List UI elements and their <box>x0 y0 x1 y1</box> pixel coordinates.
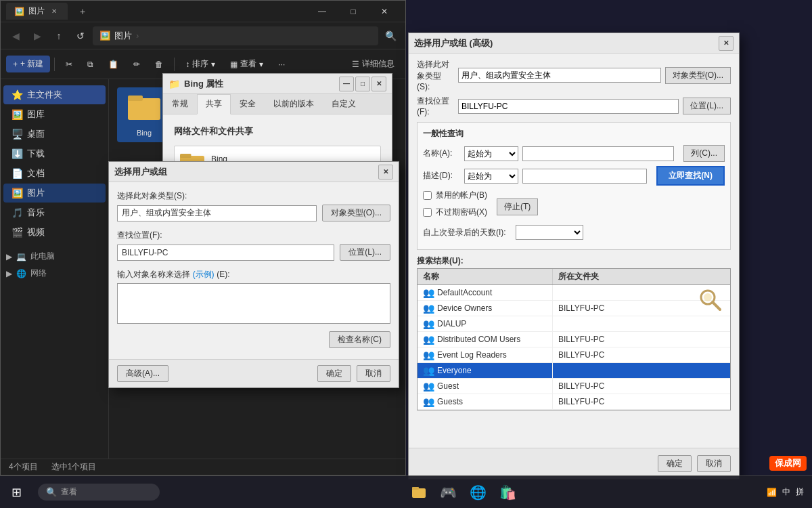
object-type-input[interactable] <box>117 205 317 221</box>
result-row[interactable]: 👥 Distributed COM Users BILLYFU-PC <box>418 332 730 347</box>
location-btn[interactable]: 位置(L)... <box>340 244 390 261</box>
sidebar-item-pictures[interactable]: 🖼️ 图片 <box>3 184 106 203</box>
sort-btn[interactable]: ↕ 排序 ▾ <box>179 56 222 72</box>
result-row[interactable]: 👥 Everyone <box>418 363 730 379</box>
refresh-btn[interactable]: ↺ <box>71 26 90 45</box>
sidebar-item-music[interactable]: 🎵 音乐 <box>3 203 106 222</box>
address-bar[interactable]: 🖼️ 图片 › <box>93 26 378 45</box>
view-btn[interactable]: ▦ 查看 ▾ <box>223 56 270 72</box>
example-link[interactable]: (示例) <box>193 270 215 279</box>
adv-ok-btn[interactable]: 确定 <box>658 455 692 472</box>
sidebar-item-gallery[interactable]: 🖼️ 图库 <box>3 105 106 124</box>
days-since-select[interactable] <box>516 225 583 240</box>
sidebar-item-videos[interactable]: 🎬 视频 <box>3 223 106 242</box>
tab-general[interactable]: 常规 <box>163 94 197 114</box>
forward-btn[interactable]: ▶ <box>28 26 47 45</box>
adv-obj-type-input[interactable] <box>458 68 661 83</box>
no-expire-pwd-checkbox[interactable]: 不过期密码(X) <box>423 207 487 218</box>
tab-share[interactable]: 共享 <box>197 94 231 114</box>
bing-maximize-btn[interactable]: □ <box>355 77 370 91</box>
result-folder: BILLYFU-PC <box>553 379 730 393</box>
sidebar-item-downloads[interactable]: ⬇️ 下载 <box>3 144 106 163</box>
select-user-footer: 高级(A)... 确定 取消 <box>109 359 399 387</box>
cut-btn[interactable]: ✂ <box>59 57 79 72</box>
bing-close-btn[interactable]: ✕ <box>371 77 386 91</box>
list-cols-btn[interactable]: 列(C)... <box>683 145 725 162</box>
close-tab-btn[interactable]: ✕ <box>49 6 60 17</box>
disabled-accounts-chk[interactable] <box>423 191 432 200</box>
tab-previous[interactable]: 以前的版本 <box>265 94 323 114</box>
taskbar-game-icon[interactable]: 🎮 <box>438 482 459 503</box>
result-row[interactable]: 👥 Event Log Readers BILLYFU-PC <box>418 347 730 363</box>
no-expire-pwd-chk[interactable] <box>423 208 432 217</box>
thispc-expand-icon: ▶ <box>6 252 12 261</box>
check-name-btn[interactable]: 检查名称(C) <box>329 331 390 348</box>
adv-location-input[interactable] <box>458 99 679 114</box>
desc-condition-select[interactable]: 起始为 <box>464 169 518 184</box>
result-row[interactable]: 👥 Guest BILLYFU-PC <box>418 379 730 394</box>
sidebar-item-desktop[interactable]: 🖥️ 桌面 <box>3 125 106 144</box>
desc-query-input[interactable] <box>522 169 647 184</box>
result-row[interactable]: 👥 Device Owners BILLYFU-PC <box>418 301 730 316</box>
adv-obj-type-btn[interactable]: 对象类型(O)... <box>665 67 731 84</box>
adv-cancel-btn[interactable]: 取消 <box>697 455 731 472</box>
new-btn[interactable]: + + 新建 <box>6 56 50 72</box>
location-row: 位置(L)... <box>117 244 390 261</box>
search-explorer-btn[interactable]: 🔍 <box>381 26 400 45</box>
new-icon: + <box>13 60 18 69</box>
stop-btn[interactable]: 停止(T) <box>497 198 538 215</box>
result-row[interactable]: 👥 Hyper-V Administrators BILLYFU-PC <box>418 410 730 410</box>
taskbar-store-icon[interactable]: 🛍️ <box>497 482 519 503</box>
results-table[interactable]: 名称 所在文件夹 👥 DefaultAccount 👥 Device Owner… <box>417 268 731 410</box>
search-text: 查看 <box>61 486 77 498</box>
result-row[interactable]: 👥 DefaultAccount <box>418 285 730 301</box>
disabled-accounts-checkbox[interactable]: 禁用的帐户(B) <box>423 190 487 201</box>
sidebar-item-documents[interactable]: 📄 文档 <box>3 164 106 183</box>
name-condition-select[interactable]: 起始为 <box>464 146 518 161</box>
close-btn[interactable]: ✕ <box>369 1 400 22</box>
name-input[interactable] <box>117 283 390 324</box>
object-type-btn[interactable]: 对象类型(O)... <box>322 205 390 221</box>
taskbar-search[interactable]: 🔍 查看 <box>38 484 160 501</box>
back-btn[interactable]: ◀ <box>6 26 25 45</box>
explorer-tab[interactable]: 🖼️ 图片 ✕ <box>6 3 68 20</box>
small-ok-btn[interactable]: 确定 <box>317 365 351 382</box>
start-button[interactable]: ⊞ <box>0 476 32 509</box>
sidebar-group-network[interactable]: ▶ 🌐 网络 <box>1 265 108 282</box>
bing-dialog-title: Bing 属性 <box>184 78 224 90</box>
result-icon: 👥 <box>423 396 434 407</box>
bing-minimize-btn[interactable]: — <box>339 77 354 91</box>
advanced-close-btn[interactable]: ✕ <box>719 36 734 51</box>
copy-btn[interactable]: ⧉ <box>81 57 100 72</box>
maximize-btn[interactable]: □ <box>338 1 369 22</box>
result-folder: BILLYFU-PC <box>553 348 730 362</box>
result-row[interactable]: 👥 Guests BILLYFU-PC <box>418 394 730 410</box>
sidebar-item-home[interactable]: ⭐ 主文件夹 <box>3 85 106 104</box>
tab-security[interactable]: 安全 <box>231 94 265 114</box>
up-btn[interactable]: ↑ <box>49 26 68 45</box>
more-btn[interactable]: ··· <box>271 57 292 72</box>
taskbar-explorer-icon[interactable] <box>408 482 430 503</box>
select-user-close-btn[interactable]: ✕ <box>378 165 393 179</box>
bing-dialog-titlebar: 📁 Bing 属性 — □ ✕ <box>163 74 392 94</box>
adv-location-btn[interactable]: 位置(L)... <box>683 98 731 114</box>
taskbar-layout: 拼 <box>796 486 804 498</box>
delete-btn[interactable]: 🗑 <box>148 57 170 72</box>
location-input[interactable] <box>117 245 334 261</box>
home-icon: ⭐ <box>12 89 23 100</box>
detail-btn[interactable]: ☰ 详细信息 <box>346 56 400 72</box>
results-body: 👥 DefaultAccount 👥 Device Owners BILLYFU… <box>418 285 730 410</box>
taskbar-edge-icon[interactable]: 🌐 <box>468 482 489 503</box>
no-expire-pwd-label: 不过期密码(X) <box>436 207 487 218</box>
minimize-btn[interactable]: — <box>307 1 338 22</box>
tab-custom[interactable]: 自定义 <box>323 94 365 114</box>
new-tab-btn[interactable]: + <box>73 2 92 21</box>
advanced-btn[interactable]: 高级(A)... <box>117 365 168 382</box>
small-cancel-btn[interactable]: 取消 <box>357 365 390 382</box>
sidebar-group-thispc[interactable]: ▶ 💻 此电脑 <box>1 248 108 265</box>
paste-btn[interactable]: 📋 <box>102 57 125 72</box>
result-row[interactable]: 👥 DIALUP <box>418 316 730 332</box>
rename-btn[interactable]: ✏ <box>127 57 147 72</box>
search-now-btn[interactable]: 立即查找(N) <box>656 166 725 186</box>
name-query-input[interactable] <box>522 146 674 161</box>
